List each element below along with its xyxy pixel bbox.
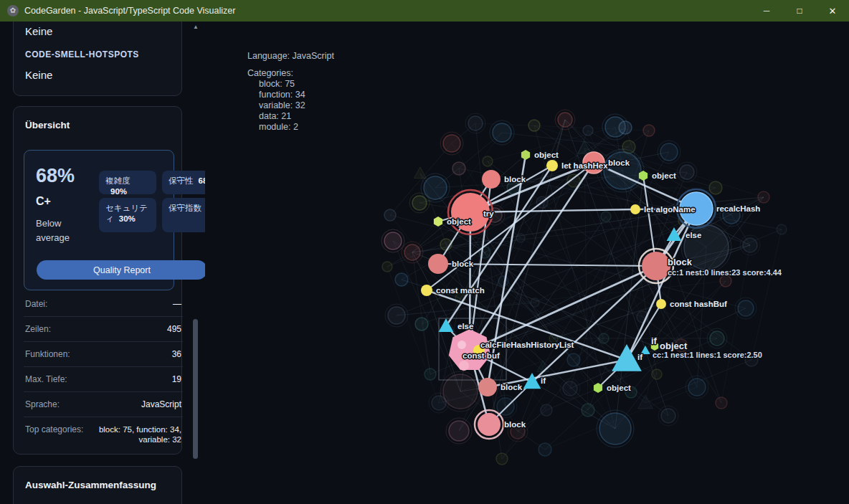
badge-security: セキュリティ30%: [99, 198, 156, 232]
background-node: [424, 369, 436, 380]
background-node: [743, 238, 757, 252]
background-node: [395, 273, 408, 286]
background-node: [619, 121, 632, 134]
background-node: [382, 262, 392, 272]
badge-maintainability: 保守性68%: [162, 171, 205, 194]
background-node: [643, 125, 655, 136]
maximize-button[interactable]: □: [783, 0, 816, 22]
graph-area: objectlet hashHexblockobjectblocktryobje…: [205, 22, 849, 504]
background-node: [758, 191, 769, 203]
badge-maintainability-value: 68%: [199, 176, 206, 185]
sidebar: Keine CODE-SMELL-HOTSPOTS Keine Übersich…: [0, 22, 205, 504]
minimize-button[interactable]: ─: [750, 0, 783, 22]
graph-node-const match[interactable]: [421, 285, 432, 296]
previous-section-value: Keine: [25, 25, 170, 37]
background-node: [496, 453, 508, 465]
graph-node-object[interactable]: [434, 217, 442, 227]
background-node: [404, 244, 420, 260]
app-window: ✿ CodeGarden - JavaScript/TypeScript Cod…: [0, 0, 849, 504]
graph-node-block[interactable]: [482, 170, 501, 189]
stat-value: 36: [172, 349, 181, 359]
background-node: [599, 333, 609, 343]
graph-node-label: let hashHex: [561, 161, 608, 170]
graph-node-block[interactable]: [478, 413, 501, 436]
background-node: [680, 165, 694, 179]
overview-card: Übersicht 68% C+ Below average 複雑度90% 保守…: [13, 106, 182, 455]
background-node: [558, 113, 572, 127]
graph-node-label: if: [541, 376, 546, 385]
background-node: [449, 421, 469, 441]
background-node: [412, 196, 427, 210]
background-node: [443, 135, 460, 152]
graph-node-block[interactable]: [478, 378, 497, 396]
graph-node-block[interactable]: [642, 252, 670, 280]
background-node: [528, 120, 540, 131]
stat-label: Sprache:: [25, 399, 60, 409]
background-node: [541, 404, 552, 416]
category-count: function: 34: [259, 90, 334, 100]
graph-language: Language: JavaScript: [247, 51, 334, 62]
graph-node-label: block: [501, 383, 523, 391]
graph-node-block[interactable]: [428, 254, 448, 274]
badge-maintainability-label: 保守性: [169, 176, 194, 185]
stat-label: Datei:: [25, 299, 47, 309]
badge-maintainability-index-label: 保守指数: [169, 204, 201, 212]
graph-node-label: block: [504, 175, 526, 184]
scrollbar-up-icon[interactable]: ▲: [191, 24, 200, 30]
graph-node-label: if: [651, 336, 658, 346]
background-node: [384, 209, 396, 221]
stat-row-top-categories: Top categories:block: 75, function: 34, …: [24, 417, 183, 452]
graph-node-label: block: [668, 257, 693, 267]
stat-label: Top categories:: [25, 424, 83, 434]
background-node: [388, 307, 405, 324]
graph-node-let hashHex[interactable]: [546, 160, 558, 171]
background-node: [720, 275, 731, 287]
quality-grade: C+: [36, 195, 51, 208]
graph-node-label: calcFileHashHistoryList: [480, 341, 574, 349]
graph-node-dot2[interactable]: [459, 361, 469, 371]
background-node: [601, 211, 611, 222]
badge-complexity-label: 複雑度: [105, 176, 131, 185]
stat-row-language: Sprache:JavaScript: [24, 391, 183, 417]
graph-node-label: const buf: [463, 351, 500, 360]
graph-node-label: let algoName: [644, 205, 696, 214]
background-node: [622, 141, 635, 153]
background-node: [688, 379, 706, 396]
window-title: CodeGarden - JavaScript/TypeScript Code …: [24, 6, 235, 16]
graph-node-let algoName[interactable]: [630, 204, 640, 214]
background-node: [777, 224, 787, 234]
graph-node-label: block: [452, 260, 474, 268]
graph-node-label: else: [457, 322, 473, 331]
graph-node-label: recalcHash: [716, 204, 760, 213]
titlebar: ✿ CodeGarden - JavaScript/TypeScript Cod…: [0, 0, 849, 22]
background-node: [599, 413, 631, 444]
stat-value: 495: [167, 324, 181, 334]
graph-node-label: object: [447, 217, 471, 226]
background-node: [516, 234, 525, 242]
background-node: [497, 398, 514, 415]
background-node: [660, 143, 678, 161]
quality-report-button[interactable]: Quality Report: [37, 260, 205, 280]
selection-nodes-count: Nodes: 23: [25, 500, 170, 504]
background-node: [443, 374, 478, 409]
stat-row-file: Datei:—: [24, 292, 183, 316]
stat-row-lines: Zeilen:495: [24, 316, 183, 341]
graph-node-object[interactable]: [521, 150, 530, 160]
graph-node-label: if: [637, 353, 642, 361]
background-node: [583, 125, 593, 135]
background-node: [468, 116, 483, 130]
background-node: [563, 381, 577, 396]
close-button[interactable]: ✕: [816, 0, 849, 22]
graph-node-label: else: [686, 231, 701, 239]
graph-node-const hashBuf[interactable]: [656, 299, 666, 309]
app-icon: ✿: [7, 5, 19, 16]
sidebar-scrollbar-thumb[interactable]: [193, 319, 198, 459]
category-count: block: 75: [259, 79, 334, 90]
background-node: [661, 409, 675, 423]
background-node: [578, 141, 592, 153]
background-node: [531, 298, 539, 307]
graph-node-dot1[interactable]: [457, 341, 466, 349]
selection-summary-heading: Auswahl-Zusammenfassung: [25, 480, 170, 490]
graph-categories-heading: Categories:: [247, 68, 334, 79]
stat-row-functions: Funktionen:36: [24, 341, 183, 366]
